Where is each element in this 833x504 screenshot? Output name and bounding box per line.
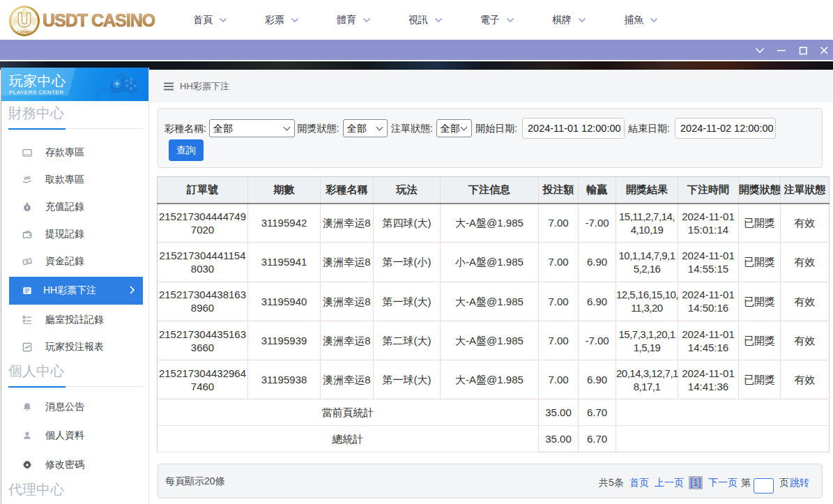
svg-text:U: U [17, 10, 31, 31]
svg-text:CASINO: CASINO [17, 30, 32, 34]
